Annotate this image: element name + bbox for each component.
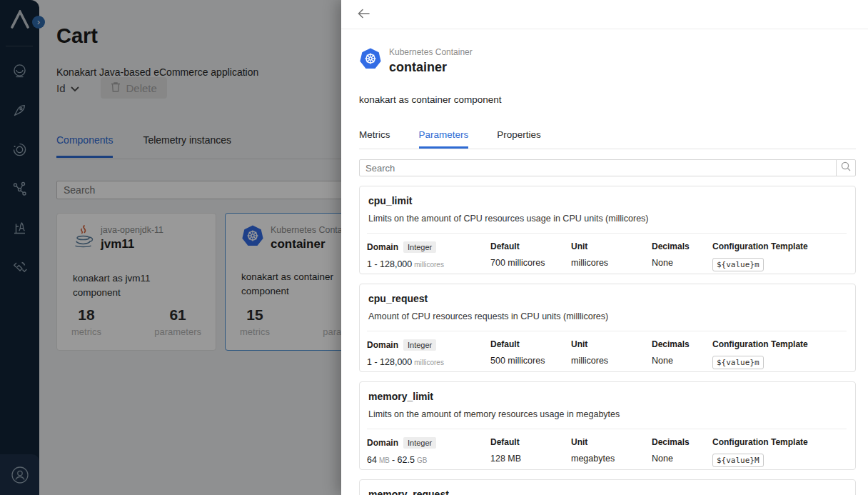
parameters-search bbox=[359, 159, 856, 176]
tab-properties[interactable]: Properties bbox=[497, 129, 541, 149]
tab-parameters[interactable]: Parameters bbox=[419, 129, 469, 149]
parameter-name: memory_request bbox=[367, 489, 847, 495]
template-chip: ${value}m bbox=[712, 258, 764, 271]
domain-field: DomainInteger 1 - 128,000millicores bbox=[367, 339, 490, 369]
unit-field: Unit megabytes bbox=[571, 437, 652, 467]
drawer-tabs: Metrics Parameters Properties bbox=[359, 129, 856, 149]
default-field: Default 500 millicores bbox=[490, 339, 571, 369]
default-field: Default 700 millicores bbox=[490, 241, 571, 271]
parameter-name: cpu_request bbox=[367, 293, 847, 304]
drawer-title: container bbox=[389, 60, 473, 75]
configuration-template-field: Configuration Template ${value}m bbox=[712, 339, 847, 369]
kubernetes-icon bbox=[359, 47, 382, 75]
search-icon bbox=[841, 161, 851, 174]
type-badge: Integer bbox=[403, 339, 436, 351]
configuration-template-field: Configuration Template ${value}m bbox=[712, 241, 847, 271]
decimals-field: Decimals None bbox=[652, 241, 712, 271]
template-chip: ${value}M bbox=[712, 454, 764, 467]
parameter-name: cpu_limit bbox=[367, 195, 847, 206]
arrow-left-icon bbox=[358, 9, 370, 21]
type-badge: Integer bbox=[403, 437, 436, 449]
type-badge: Integer bbox=[403, 241, 436, 253]
configuration-template-field: Configuration Template ${value}M bbox=[712, 437, 847, 467]
parameter-description: Limits on the amount of CPU resources us… bbox=[367, 214, 847, 224]
unit-field: Unit millicores bbox=[571, 241, 652, 271]
parameter-card-memory-request: memory_request bbox=[359, 479, 856, 495]
decimals-field: Decimals None bbox=[652, 437, 712, 467]
parameter-card-cpu-request: cpu_request Amount of CPU resources requ… bbox=[359, 284, 856, 372]
drawer-description: konakart as container component bbox=[359, 94, 856, 105]
domain-field: DomainInteger 64MB- 62.5GB bbox=[367, 437, 490, 467]
template-chip: ${value}m bbox=[712, 356, 764, 369]
parameters-search-input[interactable] bbox=[360, 160, 836, 176]
parameter-description: Amount of CPU resources requests in CPU … bbox=[367, 311, 847, 321]
search-button[interactable] bbox=[836, 160, 855, 176]
drawer-topbar bbox=[341, 0, 868, 29]
back-button[interactable] bbox=[355, 6, 372, 23]
default-field: Default 128 MB bbox=[490, 437, 571, 467]
tab-metrics[interactable]: Metrics bbox=[359, 129, 390, 149]
parameter-card-memory-limit: memory_limit Limits on the amount of mem… bbox=[359, 381, 856, 470]
parameter-name: memory_limit bbox=[367, 391, 847, 402]
parameter-description: Limits on the amount of memory resources… bbox=[367, 409, 847, 419]
unit-field: Unit millicores bbox=[571, 339, 652, 369]
decimals-field: Decimals None bbox=[652, 339, 712, 369]
component-detail-drawer: Kubernetes Container container konakart … bbox=[341, 0, 868, 495]
parameter-card-cpu-limit: cpu_limit Limits on the amount of CPU re… bbox=[359, 186, 856, 274]
drawer-type-label: Kubernetes Container bbox=[389, 47, 473, 57]
domain-field: DomainInteger 1 - 128,000millicores bbox=[367, 241, 490, 271]
